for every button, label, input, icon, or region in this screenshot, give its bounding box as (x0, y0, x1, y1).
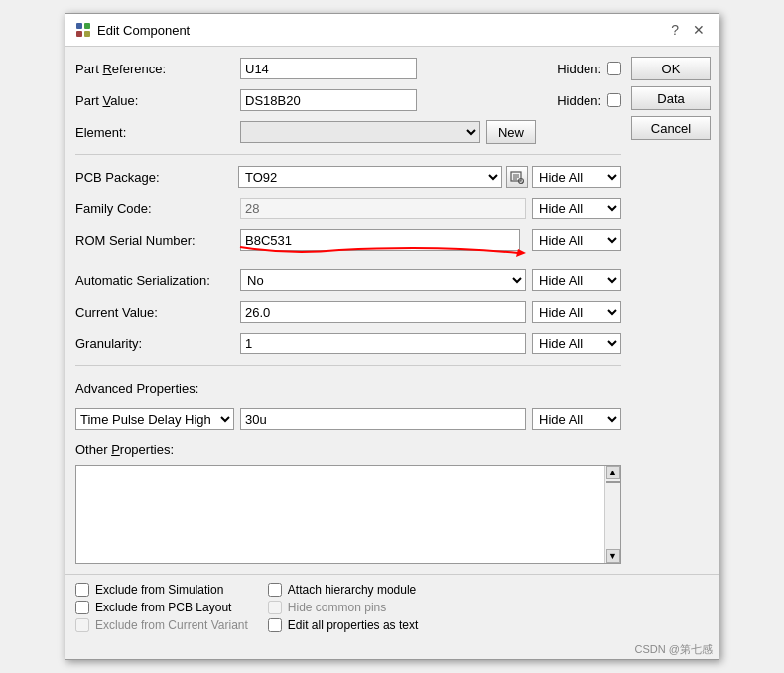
footer-col-right: Attach hierarchy module Hide common pins… (268, 583, 418, 632)
exclude-sim-label: Exclude from Simulation (95, 583, 223, 597)
exclude-sim-row: Exclude from Simulation (75, 583, 248, 597)
exclude-variant-row: Exclude from Current Variant (75, 618, 248, 632)
edit-all-props-row: Edit all properties as text (268, 618, 418, 632)
part-value-right: Hidden: (423, 93, 621, 108)
exclude-pcb-label: Exclude from PCB Layout (95, 601, 231, 614)
advanced-hide-select[interactable]: Hide All Show All Show Hide (532, 408, 621, 430)
rom-serial-label: ROM Serial Number: (75, 233, 234, 248)
granularity-label: Granularity: (75, 336, 234, 351)
hide-pins-checkbox[interactable] (268, 601, 282, 614)
pcb-package-label: PCB Package: (75, 170, 234, 185)
hide-common-pins-row: Hide common pins (268, 601, 418, 614)
title-bar-left: Edit Component (75, 22, 190, 38)
cancel-button[interactable]: Cancel (631, 116, 711, 140)
scrollbar-up[interactable]: ▲ (606, 466, 620, 479)
edit-all-props-checkbox[interactable] (268, 618, 282, 632)
watermark: CSDN @第七感 (65, 640, 719, 659)
edit-all-props-label: Edit all properties as text (288, 618, 418, 632)
other-properties-label: Other Properties: (75, 442, 621, 457)
exclude-variant-label: Exclude from Current Variant (95, 618, 248, 632)
current-value-hide-select[interactable]: Hide All Show All Show Hide (532, 301, 621, 323)
pcb-hide-select[interactable]: Hide All Show All Show Hide (532, 166, 621, 188)
browse-icon (510, 170, 524, 184)
ok-button[interactable]: OK (631, 57, 711, 80)
main-area: Part Reference: Hidden: Part Value: Hidd… (75, 57, 621, 564)
advanced-value-input[interactable] (240, 408, 526, 430)
advanced-prop-select[interactable]: Time Pulse Delay High Time Pulse Delay L… (75, 408, 234, 430)
edit-component-dialog: Edit Component ? ✕ Part Reference: Hidde… (65, 13, 719, 660)
svg-line-9 (522, 182, 523, 183)
dialog-content: Part Reference: Hidden: Part Value: Hidd… (65, 47, 719, 574)
pcb-browse-button[interactable] (506, 166, 528, 188)
auto-serial-label: Automatic Serialization: (75, 273, 234, 288)
side-buttons: OK Data Cancel (631, 57, 711, 564)
auto-serial-row: Automatic Serialization: No Yes Hide All… (75, 268, 621, 292)
scrollbar-thumb[interactable] (606, 481, 620, 483)
part-reference-label: Part Reference: (75, 62, 234, 76)
close-button[interactable]: ✕ (689, 20, 709, 40)
data-button[interactable]: Data (631, 86, 711, 110)
attach-hierarchy-row: Attach hierarchy module (268, 583, 418, 597)
svg-rect-2 (76, 31, 82, 37)
hidden-checkbox-2[interactable] (607, 93, 621, 107)
title-bar: Edit Component ? ✕ (65, 14, 719, 47)
part-reference-input[interactable] (240, 58, 417, 79)
other-properties-textarea-container: ▲ ▼ (75, 465, 621, 564)
exclude-sim-checkbox[interactable] (75, 583, 89, 597)
scrollbar: ▲ ▼ (604, 466, 620, 563)
element-label: Element: (75, 125, 234, 140)
family-code-row: Family Code: Hide All Show All Show Hide (75, 197, 621, 220)
other-properties-textarea[interactable] (76, 466, 604, 563)
part-value-label: Part Value: (75, 93, 234, 108)
rom-serial-row: ROM Serial Number: Hide All Show All Sho… (75, 228, 621, 252)
dialog-title: Edit Component (97, 23, 190, 38)
hidden-label-2: Hidden: (557, 93, 601, 108)
new-button[interactable]: New (486, 120, 536, 144)
red-underline-arrow (240, 245, 520, 259)
scrollbar-down[interactable]: ▼ (606, 549, 620, 563)
footer-col-left: Exclude from Simulation Exclude from PCB… (75, 583, 248, 632)
svg-rect-3 (84, 31, 90, 37)
element-select[interactable] (240, 121, 480, 143)
auto-serial-select[interactable]: No Yes (240, 269, 526, 291)
advanced-row: Time Pulse Delay High Time Pulse Delay L… (75, 408, 621, 430)
footer: Exclude from Simulation Exclude from PCB… (65, 574, 719, 640)
granularity-input[interactable] (240, 333, 526, 354)
advanced-label-row: Advanced Properties: (75, 376, 621, 400)
title-buttons: ? ✕ (667, 20, 709, 40)
hidden-checkbox-1[interactable] (607, 62, 621, 75)
svg-rect-1 (84, 23, 90, 29)
advanced-properties-label: Advanced Properties: (75, 381, 234, 396)
hide-pins-label: Hide common pins (288, 601, 386, 614)
attach-hierarchy-checkbox[interactable] (268, 583, 282, 597)
help-button[interactable]: ? (667, 20, 683, 40)
app-icon (75, 22, 91, 38)
separator-1 (75, 154, 621, 155)
granularity-row: Granularity: Hide All Show All Show Hide (75, 332, 621, 355)
element-row: Element: New (75, 120, 621, 144)
family-code-input (240, 198, 526, 219)
current-value-row: Current Value: Hide All Show All Show Hi… (75, 300, 621, 324)
part-value-input[interactable] (240, 89, 417, 111)
family-code-label: Family Code: (75, 202, 234, 216)
current-value-input[interactable] (240, 301, 526, 323)
rom-hide-select[interactable]: Hide All Show All Show Hide (532, 229, 621, 251)
current-value-label: Current Value: (75, 305, 234, 320)
family-hide-select[interactable]: Hide All Show All Show Hide (532, 198, 621, 219)
exclude-pcb-checkbox[interactable] (75, 601, 89, 614)
granularity-hide-select[interactable]: Hide All Show All Show Hide (532, 333, 621, 354)
part-value-row: Part Value: Hidden: (75, 88, 621, 112)
auto-serial-hide-select[interactable]: Hide All Show All Show Hide (532, 269, 621, 291)
pcb-package-select[interactable]: TO92 (238, 166, 502, 188)
hidden-label-1: Hidden: (557, 62, 601, 76)
part-reference-right: Hidden: (423, 62, 621, 76)
svg-marker-10 (516, 249, 526, 257)
exclude-variant-checkbox[interactable] (75, 618, 89, 632)
exclude-pcb-row: Exclude from PCB Layout (75, 601, 248, 614)
separator-2 (75, 365, 621, 366)
attach-hierarchy-label: Attach hierarchy module (288, 583, 416, 597)
part-reference-row: Part Reference: Hidden: (75, 57, 621, 80)
pcb-package-row: PCB Package: TO92 Hide All (75, 165, 621, 189)
svg-rect-0 (76, 23, 82, 29)
